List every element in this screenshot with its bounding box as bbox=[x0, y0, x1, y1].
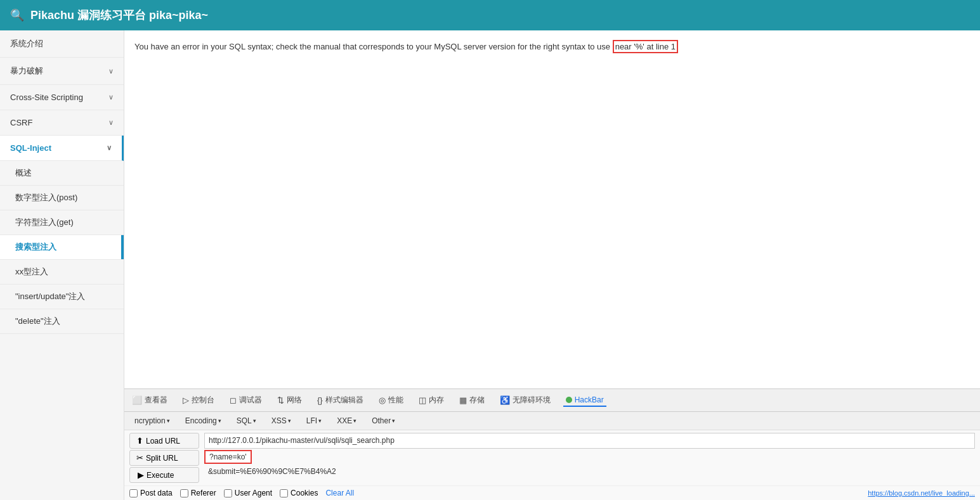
memory-icon: ◫ bbox=[419, 395, 426, 405]
network-icon: ⇅ bbox=[277, 395, 284, 405]
dropdown-arrow-icon: ▾ bbox=[318, 418, 322, 424]
devtools-hackbar[interactable]: HackBar bbox=[563, 394, 606, 407]
chevron-down-icon: ∨ bbox=[108, 67, 114, 75]
sidebar-subitem-delete[interactable]: "delete"注入 bbox=[0, 309, 124, 334]
hackbar-bottom: Post data Referer User Agent Cookies Cle… bbox=[124, 485, 980, 500]
error-message: You have an error in your SQL syntax; ch… bbox=[134, 41, 970, 53]
devtools-console[interactable]: ▷ 控制台 bbox=[180, 394, 217, 407]
hackbar-left-buttons: ⬆ Load URL ✂ Split URL ▶ Execute bbox=[129, 433, 199, 483]
url-main-input[interactable]: http://127.0.0.1/pikachu-master/vul/sqli… bbox=[204, 433, 975, 449]
error-highlight: near '%' at line 1 bbox=[613, 40, 678, 53]
clear-all-button[interactable]: Clear All bbox=[325, 489, 354, 497]
accessibility-icon: ♿ bbox=[500, 395, 510, 405]
devtools-debugger[interactable]: ◻ 调试器 bbox=[227, 394, 265, 407]
hackbar-menu-encryption[interactable]: ncryption ▾ bbox=[129, 414, 175, 427]
sidebar-subitem-insertupdate[interactable]: "insert/update"注入 bbox=[0, 285, 124, 309]
split-url-button[interactable]: ✂ Split URL bbox=[129, 450, 199, 466]
chevron-down-icon: ∨ bbox=[108, 93, 114, 101]
dropdown-arrow-icon: ▾ bbox=[218, 418, 221, 424]
sidebar-item-xss[interactable]: Cross-Site Scripting ∨ bbox=[0, 85, 124, 110]
url-param-highlighted[interactable]: ?name=ko' bbox=[204, 450, 252, 464]
devtools-accessibility[interactable]: ♿ 无障碍环境 bbox=[497, 394, 553, 407]
app-header: 🔍 Pikachu 漏洞练习平台 pika~pika~ bbox=[0, 0, 980, 30]
app-icon: 🔍 bbox=[10, 8, 24, 22]
dropdown-arrow-icon: ▾ bbox=[353, 418, 356, 424]
sidebar-subitem-search[interactable]: 搜索型注入 bbox=[0, 235, 124, 260]
sidebar-item-brute[interactable]: 暴力破解 ∨ bbox=[0, 58, 124, 85]
sidebar-subitem-charget[interactable]: 字符型注入(get) bbox=[0, 210, 124, 235]
hackbar-menu-xxe[interactable]: XXE ▾ bbox=[332, 414, 362, 427]
devtools-inspector[interactable]: ⬜ 查看器 bbox=[129, 394, 170, 407]
sidebar-item-sqlinject[interactable]: SQL-Inject ∨ bbox=[0, 136, 124, 161]
dropdown-arrow-icon: ▾ bbox=[167, 418, 170, 424]
hackbar-url-section: ⬆ Load URL ✂ Split URL ▶ Execute http://… bbox=[124, 430, 980, 485]
execute-icon: ▶ bbox=[138, 470, 144, 480]
sidebar-item-intro[interactable]: 系统介绍 bbox=[0, 30, 124, 58]
sidebar-subitem-overview[interactable]: 概述 bbox=[0, 161, 124, 186]
main-content: You have an error in your SQL syntax; ch… bbox=[124, 30, 980, 388]
checkbox-user-agent[interactable]: User Agent bbox=[224, 489, 272, 497]
sidebar-item-csrf[interactable]: CSRF ∨ bbox=[0, 110, 124, 136]
checkbox-cookies[interactable]: Cookies bbox=[280, 489, 318, 497]
hackbar-menu: ncryption ▾ Encoding ▾ SQL ▾ XSS ▾ LFI bbox=[124, 412, 980, 430]
load-url-button[interactable]: ⬆ Load URL bbox=[129, 433, 199, 449]
devtools-memory[interactable]: ◫ 内存 bbox=[416, 394, 447, 407]
chevron-down-icon: ∨ bbox=[108, 119, 114, 127]
checkbox-post-data[interactable]: Post data bbox=[129, 489, 173, 497]
hackbar-section: ncryption ▾ Encoding ▾ SQL ▾ XSS ▾ LFI bbox=[124, 411, 980, 500]
url-param-rest[interactable]: &submit=%E6%90%9C%E7%B4%A2 bbox=[204, 465, 975, 478]
inspector-icon: ⬜ bbox=[132, 395, 142, 405]
load-url-icon: ⬆ bbox=[136, 436, 143, 446]
dropdown-arrow-icon: ▾ bbox=[253, 418, 256, 424]
devtools-style[interactable]: {} 样式编辑器 bbox=[315, 394, 366, 407]
console-icon: ▷ bbox=[183, 395, 189, 405]
split-url-icon: ✂ bbox=[136, 453, 143, 463]
sidebar-subitem-xx[interactable]: xx型注入 bbox=[0, 260, 124, 285]
hackbar-green-dot-icon bbox=[566, 397, 572, 403]
devtools-storage[interactable]: ▦ 存储 bbox=[457, 394, 487, 407]
cookies-checkbox[interactable] bbox=[280, 489, 288, 497]
referer-checkbox[interactable] bbox=[180, 489, 188, 497]
post-data-checkbox[interactable] bbox=[129, 489, 138, 497]
main-layout: 系统介绍 暴力破解 ∨ Cross-Site Scripting ∨ CSRF … bbox=[0, 30, 980, 500]
storage-icon: ▦ bbox=[459, 395, 467, 405]
perf-icon: ◎ bbox=[379, 395, 386, 405]
dropdown-arrow-icon: ▾ bbox=[392, 418, 395, 424]
hackbar-menu-other[interactable]: Other ▾ bbox=[367, 414, 400, 427]
content-area: You have an error in your SQL syntax; ch… bbox=[124, 30, 980, 500]
bottom-link[interactable]: https://blog.csdn.net/live_loading... bbox=[868, 489, 975, 497]
devtools-bar: ⬜ 查看器 ▷ 控制台 ◻ 调试器 ⇅ 网络 {} 样式编辑器 ◎ 性能 bbox=[124, 388, 980, 411]
hackbar-menu-encoding[interactable]: Encoding ▾ bbox=[180, 414, 226, 427]
debugger-icon: ◻ bbox=[230, 395, 237, 405]
sidebar: 系统介绍 暴力破解 ∨ Cross-Site Scripting ∨ CSRF … bbox=[0, 30, 124, 500]
devtools-perf[interactable]: ◎ 性能 bbox=[376, 394, 406, 407]
hackbar-menu-xss[interactable]: XSS ▾ bbox=[266, 414, 296, 427]
hackbar-url-inputs: http://127.0.0.1/pikachu-master/vul/sqli… bbox=[204, 433, 975, 478]
chevron-down-icon: ∨ bbox=[107, 144, 112, 152]
style-icon: {} bbox=[317, 395, 323, 405]
hackbar-menu-lfi[interactable]: LFI ▾ bbox=[301, 414, 327, 427]
user-agent-checkbox[interactable] bbox=[224, 489, 232, 497]
execute-button[interactable]: ▶ Execute bbox=[129, 467, 199, 483]
sidebar-subitem-numpost[interactable]: 数字型注入(post) bbox=[0, 186, 124, 210]
app-title: Pikachu 漏洞练习平台 pika~pika~ bbox=[30, 8, 208, 23]
hackbar-menu-sql[interactable]: SQL ▾ bbox=[232, 414, 261, 427]
devtools-network[interactable]: ⇅ 网络 bbox=[275, 394, 304, 407]
checkbox-referer[interactable]: Referer bbox=[180, 489, 216, 497]
dropdown-arrow-icon: ▾ bbox=[288, 418, 291, 424]
